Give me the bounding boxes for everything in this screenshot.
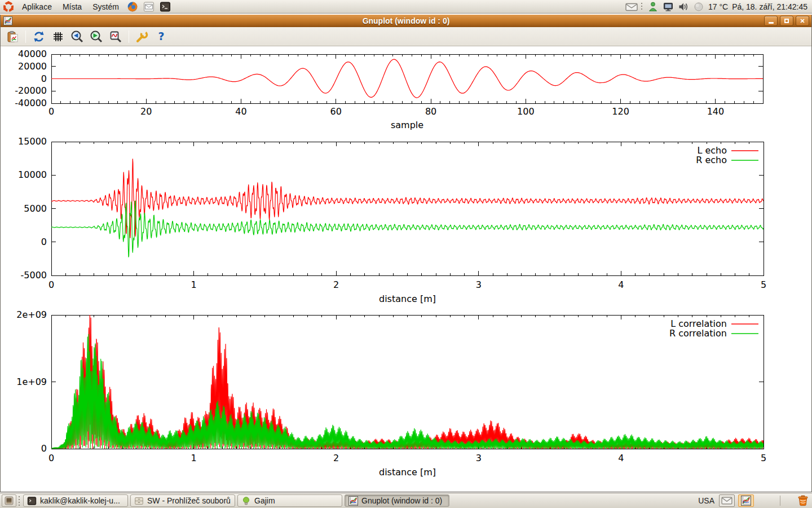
svg-text:0: 0 bbox=[48, 106, 54, 117]
toolbar-separator bbox=[129, 30, 129, 43]
gnuplot-icon bbox=[3, 16, 12, 25]
svg-text:R correlation: R correlation bbox=[669, 328, 727, 339]
svg-text:60: 60 bbox=[330, 106, 342, 117]
chart-1: 012345-5000050001000015000distance [m]L … bbox=[18, 136, 766, 304]
weather-icon[interactable] bbox=[693, 1, 704, 12]
user-available-icon[interactable] bbox=[647, 1, 659, 12]
plots-svg: 020406080100120140-40000-200000200004000… bbox=[1, 46, 811, 492]
show-desktop-button[interactable] bbox=[2, 494, 16, 507]
panel-notification-area: 17 °C Pá, 18. září, 21:42:45 bbox=[625, 1, 812, 12]
svg-text:2: 2 bbox=[333, 279, 339, 290]
mail-notification-icon[interactable] bbox=[625, 1, 637, 12]
window-title: Gnuplot (window id : 0) bbox=[363, 16, 450, 25]
svg-text:R echo: R echo bbox=[696, 155, 727, 165]
svg-text:2: 2 bbox=[333, 453, 339, 463]
taskbar-tray: USA bbox=[698, 493, 812, 508]
svg-text:5: 5 bbox=[761, 279, 766, 290]
svg-text:0: 0 bbox=[48, 279, 54, 290]
svg-text:120: 120 bbox=[612, 106, 629, 117]
help-icon[interactable]: ? bbox=[154, 29, 169, 44]
top-panel: Aplikace Místa Systém bbox=[0, 0, 812, 14]
titlebar[interactable]: Gnuplot (window id : 0) ✕ bbox=[1, 15, 811, 27]
panel-menus: Aplikace Místa Systém bbox=[0, 1, 171, 12]
tray-separator bbox=[780, 496, 780, 506]
taskbar: kaklik@kaklik-kolej-u... SW - Prohlížeč … bbox=[0, 493, 812, 508]
toolbar-separator bbox=[25, 30, 26, 43]
gnuplot-window: Gnuplot (window id : 0) ✕ bbox=[0, 15, 812, 492]
zoom-previous-icon[interactable] bbox=[70, 29, 85, 44]
task-label: kaklik@kaklik-kolej-u... bbox=[40, 496, 120, 505]
terminal-icon[interactable] bbox=[160, 1, 171, 12]
ubuntu-logo-icon[interactable] bbox=[3, 1, 14, 12]
desktop: Aplikace Místa Systém bbox=[0, 0, 812, 508]
volume-icon[interactable] bbox=[678, 1, 689, 12]
grid-icon[interactable] bbox=[51, 29, 65, 44]
display-icon[interactable] bbox=[663, 1, 674, 12]
svg-text:1e+09: 1e+09 bbox=[16, 376, 47, 387]
chart-0: 020406080100120140-40000-200000200004000… bbox=[15, 49, 763, 130]
svg-text:1: 1 bbox=[191, 453, 197, 463]
tasklist-handle[interactable] bbox=[18, 496, 21, 506]
svg-text:-20000: -20000 bbox=[15, 85, 47, 96]
task-gajim[interactable]: Gajim bbox=[237, 494, 342, 507]
svg-text:20000: 20000 bbox=[18, 61, 47, 72]
maximize-button[interactable] bbox=[780, 16, 793, 26]
svg-text:0: 0 bbox=[41, 443, 47, 454]
plot-canvas[interactable]: 020406080100120140-40000-200000200004000… bbox=[1, 46, 811, 492]
svg-text:140: 140 bbox=[707, 106, 725, 117]
svg-text:40: 40 bbox=[235, 106, 246, 117]
svg-text:2e+09: 2e+09 bbox=[16, 309, 47, 320]
firefox-icon[interactable] bbox=[127, 1, 138, 12]
terminal-icon bbox=[27, 496, 37, 506]
svg-text:20: 20 bbox=[140, 106, 152, 117]
svg-text:?: ? bbox=[158, 30, 164, 42]
menu-system[interactable]: Systém bbox=[90, 1, 122, 12]
configure-icon[interactable] bbox=[135, 29, 149, 44]
gajim-icon bbox=[241, 496, 251, 506]
task-label: SW - Prohlížeč souborů bbox=[147, 496, 231, 505]
temperature-indicator[interactable]: 17 °C bbox=[708, 2, 728, 11]
svg-text:0: 0 bbox=[48, 453, 54, 463]
svg-text:10000: 10000 bbox=[18, 169, 47, 180]
svg-text:4: 4 bbox=[618, 279, 624, 290]
mail-notification-icon[interactable] bbox=[719, 494, 735, 507]
file-manager-icon bbox=[134, 496, 144, 506]
zoom-next-icon[interactable] bbox=[89, 29, 104, 44]
svg-text:sample: sample bbox=[391, 120, 423, 130]
autoscale-icon[interactable] bbox=[108, 29, 123, 44]
task-gnuplot[interactable]: Gnuplot (window id : 0) bbox=[345, 494, 449, 507]
close-button[interactable]: ✕ bbox=[796, 16, 809, 26]
svg-text:distance [m]: distance [m] bbox=[379, 294, 436, 304]
svg-text:100: 100 bbox=[517, 106, 535, 117]
clock[interactable]: Pá, 18. září, 21:42:45 bbox=[732, 2, 807, 11]
copy-icon[interactable] bbox=[5, 29, 20, 44]
svg-text:5000: 5000 bbox=[24, 203, 47, 214]
svg-text:15000: 15000 bbox=[18, 136, 47, 147]
toolbar: ? bbox=[1, 27, 811, 46]
svg-text:1: 1 bbox=[191, 279, 197, 290]
refresh-icon[interactable] bbox=[32, 29, 46, 44]
minimize-button[interactable] bbox=[764, 16, 778, 26]
svg-text:4: 4 bbox=[618, 453, 624, 463]
svg-text:-40000: -40000 bbox=[15, 98, 47, 108]
mail-icon[interactable] bbox=[143, 1, 155, 12]
gnuplot-tray-icon[interactable] bbox=[738, 494, 754, 507]
gnuplot-icon bbox=[348, 496, 358, 506]
task-terminal[interactable]: kaklik@kaklik-kolej-u... bbox=[23, 494, 128, 507]
task-label: Gnuplot (window id : 0) bbox=[361, 496, 442, 505]
svg-text:80: 80 bbox=[425, 106, 436, 117]
svg-text:0: 0 bbox=[41, 73, 47, 84]
menu-applications[interactable]: Aplikace bbox=[19, 1, 55, 12]
menu-places[interactable]: Místa bbox=[60, 1, 85, 12]
svg-text:0: 0 bbox=[41, 237, 47, 247]
trash-full-icon[interactable] bbox=[796, 493, 810, 508]
svg-text:3: 3 bbox=[476, 453, 482, 463]
task-label: Gajim bbox=[254, 496, 275, 505]
keyboard-layout-indicator[interactable]: USA bbox=[698, 496, 714, 505]
chart-2: 01234501e+092e+09distance [m]L correlati… bbox=[16, 309, 766, 478]
svg-text:distance [m]: distance [m] bbox=[379, 467, 436, 478]
svg-text:5: 5 bbox=[761, 453, 766, 463]
svg-text:40000: 40000 bbox=[18, 49, 47, 59]
task-file-manager[interactable]: SW - Prohlížeč souborů bbox=[130, 494, 235, 507]
applet-handle[interactable] bbox=[641, 2, 643, 11]
